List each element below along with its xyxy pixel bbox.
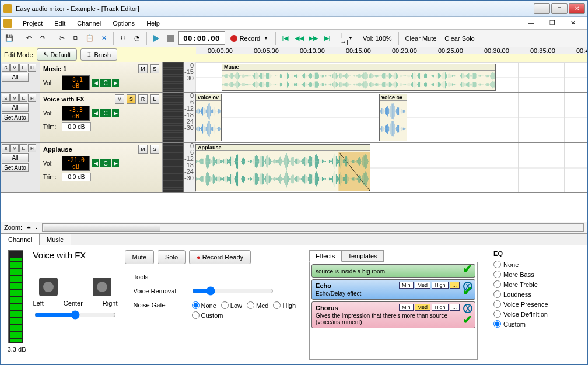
split-icon[interactable]: ⁞⁞ bbox=[117, 32, 130, 45]
track-pan[interactable]: ◀C▶ bbox=[92, 79, 119, 87]
mode-brush-button[interactable]: 𝙸 Brush bbox=[80, 48, 117, 61]
ng-custom[interactable]: Custom bbox=[192, 311, 223, 319]
eq-option[interactable]: More Treble bbox=[494, 280, 566, 288]
forward-end-icon[interactable]: ▶| bbox=[321, 32, 334, 45]
eq-option[interactable]: Custom bbox=[494, 320, 566, 328]
menu-options[interactable]: Options bbox=[107, 18, 141, 29]
clear-solo-button[interactable]: Clear Solo bbox=[441, 35, 478, 42]
eq-option[interactable]: Loudness bbox=[494, 290, 566, 298]
mute-button[interactable]: Mute bbox=[125, 250, 154, 264]
volume-label[interactable]: Vol: 100% bbox=[359, 35, 396, 42]
waveform-lane[interactable]: Music bbox=[195, 62, 587, 92]
track-h-button[interactable]: H bbox=[28, 144, 36, 152]
redo-icon[interactable]: ↷ bbox=[36, 32, 49, 45]
track-trim[interactable]: 0.0 dB bbox=[62, 122, 91, 131]
track-m-button[interactable]: M bbox=[10, 144, 19, 152]
track-h-button[interactable]: H bbox=[28, 64, 36, 72]
eq-option[interactable]: None bbox=[494, 261, 566, 268]
forward-icon[interactable]: ▶▶ bbox=[307, 32, 320, 45]
track-l-button[interactable]: L bbox=[150, 94, 159, 104]
ng-med[interactable]: Med bbox=[247, 301, 268, 309]
track-setauto-button[interactable]: Set Auto bbox=[2, 113, 29, 122]
stop-icon[interactable] bbox=[164, 32, 177, 45]
save-icon[interactable]: 💾 bbox=[3, 32, 16, 45]
track-solo-button[interactable]: S bbox=[150, 64, 159, 73]
fx-med[interactable]: Med bbox=[415, 282, 431, 289]
track-vol[interactable]: -3.3 dB bbox=[62, 106, 90, 121]
track-trim[interactable]: 0.0 dB bbox=[62, 173, 91, 181]
track-r-button[interactable]: R bbox=[138, 94, 148, 104]
fx-item[interactable]: ChorusGives the impression that there's … bbox=[312, 301, 475, 328]
track-l-button[interactable]: L bbox=[19, 64, 27, 72]
eq-option[interactable]: Voice Definition bbox=[494, 310, 566, 318]
menu-channel[interactable]: Channel bbox=[71, 18, 107, 29]
audio-clip[interactable]: voice ov bbox=[379, 94, 407, 141]
menu-help[interactable]: Help bbox=[141, 18, 166, 29]
clear-mute-button[interactable]: Clear Mute bbox=[402, 35, 440, 42]
rewind-icon[interactable]: ◀◀ bbox=[293, 32, 306, 45]
fx-high[interactable]: High bbox=[432, 282, 449, 289]
paste-icon[interactable]: 📋 bbox=[83, 32, 96, 45]
mdi-restore[interactable]: ❐ bbox=[544, 17, 561, 29]
waveform-lane[interactable]: Applause bbox=[195, 143, 587, 192]
track-vol[interactable]: -8.1 dB bbox=[62, 75, 90, 90]
track-s-button[interactable]: S bbox=[2, 144, 10, 152]
mdi-minimize[interactable]: — bbox=[522, 17, 540, 29]
fx-more[interactable]: ... bbox=[450, 304, 460, 311]
track-pan[interactable]: ◀C▶ bbox=[92, 109, 119, 117]
pan-slider[interactable] bbox=[34, 310, 116, 320]
tab-music[interactable]: Music bbox=[39, 234, 71, 245]
track-mute-button[interactable]: M bbox=[115, 94, 124, 104]
track-h-button[interactable]: H bbox=[28, 94, 36, 102]
track-l-button[interactable]: L bbox=[19, 144, 27, 152]
close-button[interactable]: ✕ bbox=[569, 3, 585, 14]
fx-item[interactable]: source is inside a big room.✔ bbox=[312, 264, 475, 278]
track-pan[interactable]: ◀C▶ bbox=[92, 159, 119, 167]
menu-project[interactable]: Project bbox=[17, 18, 48, 29]
menu-edit[interactable]: Edit bbox=[48, 18, 71, 29]
track-all-button[interactable]: All bbox=[2, 73, 29, 82]
zoom-in-button[interactable]: + bbox=[27, 224, 30, 231]
voice-removal-slider[interactable] bbox=[192, 286, 274, 296]
minimize-button[interactable]: — bbox=[534, 3, 550, 14]
fx-min[interactable]: Min bbox=[399, 282, 414, 289]
zoom-out-button[interactable]: - bbox=[36, 224, 38, 231]
track-mute-button[interactable]: M bbox=[138, 64, 148, 73]
fx-close-icon[interactable]: X bbox=[463, 304, 473, 313]
track-all-button[interactable]: All bbox=[2, 153, 29, 162]
track-s-button[interactable]: S bbox=[2, 64, 10, 72]
delete-icon[interactable]: ✕ bbox=[97, 32, 110, 45]
track-vol[interactable]: -21.0 dB bbox=[62, 156, 90, 171]
cut-icon[interactable]: ✂ bbox=[55, 32, 68, 45]
copy-icon[interactable]: ⧉ bbox=[69, 32, 82, 45]
tab-templates[interactable]: Templates bbox=[342, 250, 384, 262]
track-l-button[interactable]: L bbox=[19, 94, 27, 102]
fx-min[interactable]: Min bbox=[399, 304, 414, 311]
undo-icon[interactable]: ↶ bbox=[22, 32, 35, 45]
horizontal-scrollbar[interactable] bbox=[42, 223, 584, 232]
ng-low[interactable]: Low bbox=[221, 301, 242, 309]
waveform-lane[interactable]: voice ovvoice ov bbox=[195, 93, 587, 142]
tab-channel[interactable]: Channel bbox=[1, 234, 40, 245]
record-ready-button[interactable]: ● Record Ready bbox=[189, 250, 251, 264]
track-all-button[interactable]: All bbox=[2, 103, 29, 112]
fx-high[interactable]: High bbox=[432, 304, 449, 311]
track-s-button[interactable]: S bbox=[2, 94, 10, 102]
track-solo-button[interactable]: S bbox=[127, 94, 136, 104]
rewind-start-icon[interactable]: |◀ bbox=[279, 32, 292, 45]
record-button[interactable]: Record▼ bbox=[226, 33, 272, 44]
audio-clip[interactable]: voice ov bbox=[195, 94, 222, 141]
loop-icon[interactable]: |↔|▼ bbox=[340, 32, 353, 45]
ng-high[interactable]: High bbox=[273, 301, 296, 309]
track-solo-button[interactable]: S bbox=[150, 145, 159, 154]
eq-option[interactable]: More Bass bbox=[494, 271, 566, 278]
track-m-button[interactable]: M bbox=[10, 94, 19, 102]
fx-item[interactable]: EchoEcho/Delay effect Min Med High ... X… bbox=[312, 279, 475, 300]
maximize-button[interactable]: □ bbox=[551, 3, 568, 14]
audio-clip[interactable]: Music bbox=[222, 64, 496, 91]
effects-list[interactable]: source is inside a big room.✔EchoEcho/De… bbox=[309, 262, 478, 360]
mode-default-button[interactable]: ↖ Default bbox=[37, 48, 78, 61]
fade-icon[interactable]: ◔ bbox=[131, 32, 144, 45]
track-m-button[interactable]: M bbox=[10, 64, 19, 72]
mdi-close[interactable]: ✕ bbox=[565, 17, 582, 29]
